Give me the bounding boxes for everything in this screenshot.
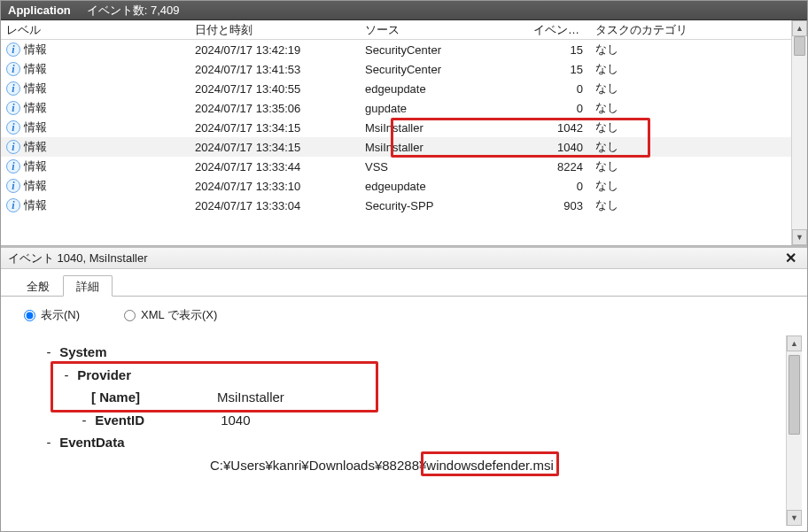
cell-task: なし <box>587 100 702 116</box>
radio-xml-input[interactable] <box>124 310 136 321</box>
cell-datetime: 2024/07/17 13:42:19 <box>170 43 365 57</box>
cell-source: VSS <box>365 160 533 173</box>
cell-task: なし <box>587 178 702 194</box>
table-row[interactable]: i情報2024/07/17 13:35:06gupdate0なし <box>1 98 791 118</box>
radio-friendly-input[interactable] <box>24 310 35 321</box>
info-icon: i <box>6 159 20 173</box>
level-label: 情報 <box>24 139 47 155</box>
scroll-track[interactable] <box>792 36 807 229</box>
info-icon: i <box>6 198 20 212</box>
cell-datetime: 2024/07/17 13:33:04 <box>170 199 365 212</box>
cell-eventid: 8224 <box>533 160 587 173</box>
cell-source: edgeupdate <box>365 180 533 193</box>
cell-source: MsiInstaller <box>365 121 533 135</box>
cell-task: なし <box>587 158 702 174</box>
info-icon: i <box>6 62 20 76</box>
column-header-level[interactable]: レベル <box>6 22 170 38</box>
cell-source: gupdate <box>365 102 533 115</box>
radio-xml-view[interactable]: XML で表示(X) <box>124 307 217 323</box>
cell-source: SecurityCenter <box>365 43 533 57</box>
cell-datetime: 2024/07/17 13:34:15 <box>170 141 365 154</box>
table-row[interactable]: i情報2024/07/17 13:42:19SecurityCenter15なし <box>1 40 791 59</box>
cell-source: edgeupdate <box>365 82 533 96</box>
level-label: 情報 <box>24 158 47 174</box>
cell-task: なし <box>587 42 702 58</box>
level-label: 情報 <box>24 61 47 77</box>
scroll-thumb[interactable] <box>794 36 805 56</box>
eventid-value: 1040 <box>221 409 250 432</box>
cell-datetime: 2024/07/17 13:41:53 <box>170 63 365 76</box>
log-name: Application <box>8 4 71 17</box>
cell-eventid: 0 <box>533 102 587 115</box>
detail-tabs: 全般 詳細 <box>1 269 807 296</box>
column-header-datetime[interactable]: 日付と時刻 <box>170 22 365 38</box>
cell-eventid: 903 <box>533 199 587 212</box>
tree-eventid-node[interactable]: - EventID 1040 <box>42 409 775 432</box>
info-icon: i <box>6 179 20 193</box>
table-row[interactable]: i情報2024/07/17 13:34:15MsiInstaller1040なし <box>1 137 791 157</box>
event-list-body[interactable]: i情報2024/07/17 13:42:19SecurityCenter15なし… <box>1 40 791 245</box>
cell-datetime: 2024/07/17 13:35:06 <box>170 102 365 115</box>
cell-datetime: 2024/07/17 13:40:55 <box>170 82 365 96</box>
cell-eventid: 0 <box>533 180 587 193</box>
info-icon: i <box>6 120 20 135</box>
cell-datetime: 2024/07/17 13:33:10 <box>170 180 365 193</box>
event-list-pane: レベル 日付と時刻 ソース イベント ID タスクのカテゴリ i情報2024/0… <box>1 20 807 246</box>
cell-eventid: 0 <box>533 82 587 96</box>
cell-task: なし <box>587 120 702 135</box>
table-row[interactable]: i情報2024/07/17 13:40:55edgeupdate0なし <box>1 79 791 98</box>
tab-details[interactable]: 詳細 <box>63 275 113 297</box>
scroll-down-button[interactable]: ▼ <box>792 229 807 245</box>
level-label: 情報 <box>24 197 47 213</box>
detail-scroll-up-button[interactable]: ▲ <box>787 335 802 351</box>
cell-eventid: 1042 <box>533 121 587 135</box>
tree-eventdata-node[interactable]: - EventData <box>42 431 775 454</box>
list-vertical-scrollbar[interactable]: ▲ ▼ <box>791 20 807 245</box>
cell-source: Security-SPP <box>365 199 533 212</box>
tab-general[interactable]: 全般 <box>13 275 63 297</box>
cell-source: SecurityCenter <box>365 63 533 76</box>
detail-scroll-down-button[interactable]: ▼ <box>787 510 802 526</box>
table-row[interactable]: i情報2024/07/17 13:34:15MsiInstaller1042なし <box>1 118 791 137</box>
cell-task: なし <box>587 197 702 213</box>
table-row[interactable]: i情報2024/07/17 13:33:44VSS8224なし <box>1 157 791 176</box>
detail-scroll-track[interactable] <box>787 351 802 510</box>
eventdata-path: C:¥Users¥kanri¥Downloads¥88288¥ windowsd… <box>42 454 775 477</box>
level-label: 情報 <box>24 81 47 96</box>
scroll-up-button[interactable]: ▲ <box>792 20 807 36</box>
detail-pane-header: イベント 1040, MsiInstaller ✕ <box>1 248 807 269</box>
table-row[interactable]: i情報2024/07/17 13:33:04Security-SPP903なし <box>1 196 791 215</box>
cell-eventid: 15 <box>533 63 587 76</box>
detail-tree-body: - System - Provider [ Name] MsiInstaller <box>6 335 786 526</box>
column-header-source[interactable]: ソース <box>365 22 533 38</box>
cell-eventid: 15 <box>533 43 587 57</box>
cell-task: なし <box>587 81 702 96</box>
level-label: 情報 <box>24 178 47 194</box>
table-row[interactable]: i情報2024/07/17 13:33:10edgeupdate0なし <box>1 176 791 196</box>
table-row[interactable]: i情報2024/07/17 13:41:53SecurityCenter15なし <box>1 59 791 79</box>
event-viewer-window: Application イベント数: 7,409 レベル 日付と時刻 ソース イ… <box>0 0 808 532</box>
tree-system-node[interactable]: - System <box>42 341 775 364</box>
tree-provider-name: [ Name] MsiInstaller <box>42 386 775 409</box>
close-icon[interactable]: ✕ <box>781 250 800 266</box>
tree-provider-node[interactable]: - Provider <box>42 364 775 387</box>
level-label: 情報 <box>24 42 47 58</box>
level-label: 情報 <box>24 120 47 135</box>
info-icon: i <box>6 42 20 57</box>
provider-name-value: MsiInstaller <box>217 386 284 409</box>
cell-source: MsiInstaller <box>365 141 533 154</box>
detail-scroll-thumb[interactable] <box>789 355 800 435</box>
column-header-task[interactable]: タスクのカテゴリ <box>587 22 702 38</box>
radio-friendly-view[interactable]: 表示(N) <box>24 307 80 323</box>
detail-pane: 全般 詳細 表示(N) XML で表示(X) - System <box>1 269 807 531</box>
cell-task: なし <box>587 61 702 77</box>
cell-eventid: 1040 <box>533 141 587 154</box>
detail-vertical-scrollbar[interactable]: ▲ ▼ <box>786 335 802 526</box>
level-label: 情報 <box>24 100 47 116</box>
column-header-eventid[interactable]: イベント ID <box>533 22 587 38</box>
cell-datetime: 2024/07/17 13:33:44 <box>170 160 365 173</box>
info-icon: i <box>6 81 20 96</box>
column-header-row: レベル 日付と時刻 ソース イベント ID タスクのカテゴリ <box>1 20 791 40</box>
info-icon: i <box>6 101 20 115</box>
detail-header-title: イベント 1040, MsiInstaller <box>8 251 148 266</box>
